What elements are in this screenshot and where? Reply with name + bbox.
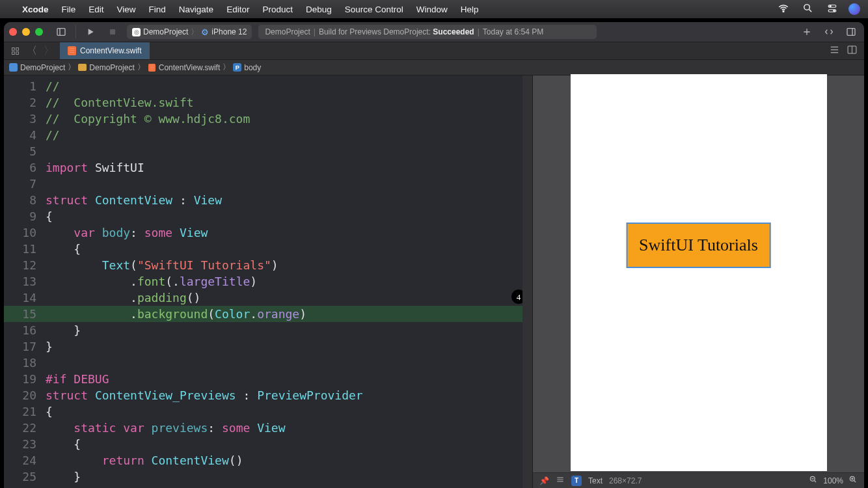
close-window-button[interactable]: [9, 28, 17, 36]
zoom-level[interactable]: 100%: [823, 476, 843, 485]
canvas-status-bar: 📌 T Text 268×72.7 100%: [533, 472, 864, 488]
code-content[interactable]: }: [46, 468, 81, 485]
stop-button[interactable]: [105, 25, 120, 39]
minimize-window-button[interactable]: [22, 28, 30, 36]
control-center-icon[interactable]: [820, 4, 845, 15]
code-content[interactable]: {: [46, 208, 53, 224]
wifi-icon[interactable]: [771, 3, 796, 16]
zoom-in-button[interactable]: [848, 475, 858, 486]
menu-source-control[interactable]: Source Control: [338, 5, 410, 14]
code-content[interactable]: // Copyright © www.hdjc8.com: [46, 111, 250, 127]
code-line[interactable]: 24 return ContentView(): [4, 452, 532, 468]
back-button[interactable]: 〈: [26, 44, 38, 58]
code-line[interactable]: 21{: [4, 403, 532, 420]
svg-rect-8: [847, 29, 855, 36]
menu-debug[interactable]: Debug: [299, 5, 338, 14]
editor-scrollbar[interactable]: [522, 75, 532, 488]
menu-product[interactable]: Product: [256, 5, 299, 14]
code-line[interactable]: 10 var body: some View: [4, 224, 532, 241]
code-line[interactable]: 17}: [4, 338, 532, 355]
code-line[interactable]: 1//: [4, 78, 532, 94]
forward-button[interactable]: 〉: [43, 44, 55, 58]
code-content[interactable]: }: [46, 338, 53, 355]
code-line[interactable]: 9{: [4, 208, 532, 224]
code-line[interactable]: 18: [4, 355, 532, 371]
code-line[interactable]: 8struct ContentView : View: [4, 192, 532, 208]
code-content[interactable]: }: [46, 322, 81, 338]
line-number: 20: [4, 387, 46, 403]
code-line[interactable]: 4//: [4, 127, 532, 143]
menu-file[interactable]: File: [55, 5, 83, 14]
code-content[interactable]: .background(Color.orange): [46, 306, 306, 322]
menu-editor[interactable]: Editor: [220, 5, 256, 14]
toggle-inspector-button[interactable]: [843, 25, 859, 39]
menu-view[interactable]: View: [111, 5, 142, 14]
code-content[interactable]: //: [46, 78, 60, 94]
code-line[interactable]: 13 .font(.largeTitle): [4, 273, 532, 290]
code-content[interactable]: .padding(): [46, 290, 200, 306]
editor-options-icon[interactable]: [829, 44, 840, 58]
menu-find[interactable]: Find: [142, 5, 172, 14]
device-icon: ⚙︎: [201, 27, 209, 37]
code-line[interactable]: 11 {: [4, 241, 532, 257]
activity-project: DemoProject: [265, 27, 310, 36]
code-content[interactable]: var body: some View: [46, 224, 208, 241]
user-avatar-icon[interactable]: [848, 3, 860, 15]
code-editor[interactable]: 1//2// ContentView.swift3// Copyright © …: [4, 75, 532, 488]
preview-options-icon[interactable]: [556, 475, 565, 486]
code-content[interactable]: Text("SwiftUI Tutorials"): [46, 257, 278, 273]
code-line[interactable]: 23 {: [4, 436, 532, 452]
code-content[interactable]: {: [46, 436, 81, 452]
toggle-navigator-button[interactable]: [53, 25, 69, 39]
pin-icon[interactable]: 📌: [539, 476, 549, 485]
code-content[interactable]: struct ContentView : View: [46, 192, 222, 208]
selected-element-label: Text: [588, 476, 603, 485]
code-line[interactable]: 20struct ContentView_Previews : PreviewP…: [4, 387, 532, 403]
code-content[interactable]: struct ContentView_Previews : PreviewPro…: [46, 387, 363, 403]
code-content[interactable]: import SwiftUI: [46, 159, 144, 176]
breadcrumb-item[interactable]: DemoProject: [78, 63, 134, 72]
code-line[interactable]: 7: [4, 176, 532, 192]
code-line[interactable]: 25 }: [4, 468, 532, 485]
canvas-background[interactable]: SwiftUI Tutorials: [533, 75, 864, 472]
adjust-editor-icon[interactable]: [847, 44, 858, 58]
code-line[interactable]: 16 }: [4, 322, 532, 338]
code-line[interactable]: 22 static var previews: some View: [4, 420, 532, 436]
code-line[interactable]: 14 .padding()4: [4, 290, 532, 306]
code-content[interactable]: #if DEBUG: [46, 371, 109, 387]
code-content[interactable]: {: [46, 403, 53, 420]
menu-window[interactable]: Window: [410, 5, 454, 14]
code-line[interactable]: 2// ContentView.swift: [4, 94, 532, 111]
code-line[interactable]: 19#if DEBUG: [4, 371, 532, 387]
breadcrumb-item[interactable]: P body: [233, 63, 261, 72]
code-content[interactable]: return ContentView(): [46, 452, 243, 468]
code-line[interactable]: 15 .background(Color.orange): [4, 306, 532, 322]
spotlight-icon[interactable]: [796, 3, 820, 16]
code-content[interactable]: //: [46, 127, 60, 143]
menu-edit[interactable]: Edit: [82, 5, 110, 14]
breadcrumb-item[interactable]: ContentView.swift: [148, 63, 221, 72]
code-line[interactable]: 6import SwiftUI: [4, 159, 532, 176]
fullscreen-window-button[interactable]: [35, 28, 43, 36]
file-tab[interactable]: ContentView.swift: [60, 42, 150, 59]
related-items-icon[interactable]: [9, 46, 21, 56]
breadcrumb-item[interactable]: DemoProject: [9, 63, 65, 72]
add-button[interactable]: [799, 25, 815, 39]
scheme-selector[interactable]: ◎ DemoProject 〉 ⚙︎ iPhone 12: [127, 25, 252, 39]
zoom-out-button[interactable]: [809, 475, 818, 486]
menu-help[interactable]: Help: [454, 5, 485, 14]
code-content[interactable]: static var previews: some View: [46, 420, 286, 436]
code-content[interactable]: {: [46, 241, 81, 257]
device-preview[interactable]: SwiftUI Tutorials: [571, 74, 827, 471]
svg-point-5: [834, 10, 835, 11]
code-review-button[interactable]: [821, 25, 837, 39]
code-content[interactable]: .font(.largeTitle): [46, 273, 257, 290]
code-line[interactable]: 5: [4, 143, 532, 159]
app-menu[interactable]: Xcode: [16, 5, 55, 14]
preview-text-view[interactable]: SwiftUI Tutorials: [626, 223, 771, 268]
code-content[interactable]: // ContentView.swift: [46, 94, 194, 111]
code-line[interactable]: 12 Text("SwiftUI Tutorials"): [4, 257, 532, 273]
menu-navigate[interactable]: Navigate: [172, 5, 220, 14]
run-button[interactable]: [83, 25, 98, 39]
code-line[interactable]: 3// Copyright © www.hdjc8.com: [4, 111, 532, 127]
